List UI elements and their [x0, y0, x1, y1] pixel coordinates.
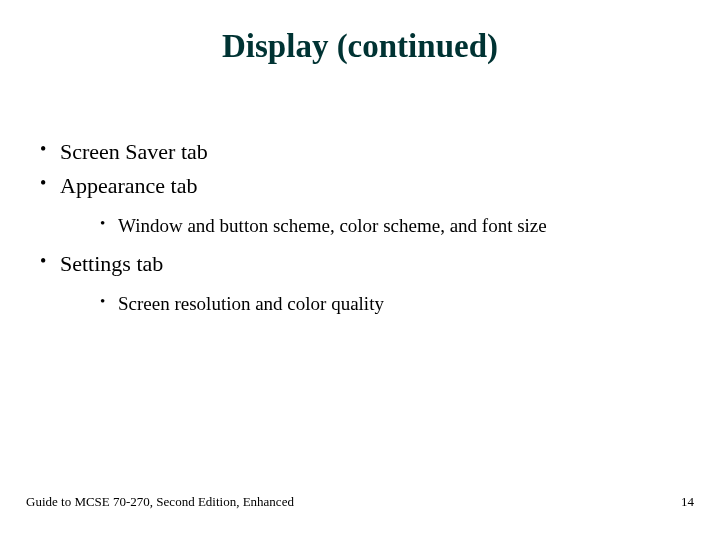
slide: Display (continued) Screen Saver tab App… — [0, 0, 720, 540]
sub-bullet-text: Window and button scheme, color scheme, … — [118, 215, 547, 236]
slide-title: Display (continued) — [20, 28, 700, 65]
page-number: 14 — [681, 494, 694, 510]
bullet-text: Settings tab — [60, 251, 163, 276]
bullet-text: Screen Saver tab — [60, 139, 208, 164]
bullet-list: Screen Saver tab Appearance tab Window a… — [36, 139, 700, 315]
sub-bullet-list: Screen resolution and color quality — [60, 293, 700, 315]
bullet-item: Settings tab Screen resolution and color… — [36, 251, 700, 315]
footer-left-text: Guide to MCSE 70-270, Second Edition, En… — [26, 494, 294, 510]
bullet-item: Screen Saver tab — [36, 139, 700, 165]
sub-bullet-list: Window and button scheme, color scheme, … — [60, 215, 700, 237]
bullet-item: Appearance tab Window and button scheme,… — [36, 173, 700, 237]
slide-content: Screen Saver tab Appearance tab Window a… — [20, 139, 700, 315]
sub-bullet-item: Screen resolution and color quality — [96, 293, 700, 315]
sub-bullet-text: Screen resolution and color quality — [118, 293, 384, 314]
bullet-text: Appearance tab — [60, 173, 197, 198]
sub-bullet-item: Window and button scheme, color scheme, … — [96, 215, 700, 237]
slide-footer: Guide to MCSE 70-270, Second Edition, En… — [26, 494, 694, 510]
